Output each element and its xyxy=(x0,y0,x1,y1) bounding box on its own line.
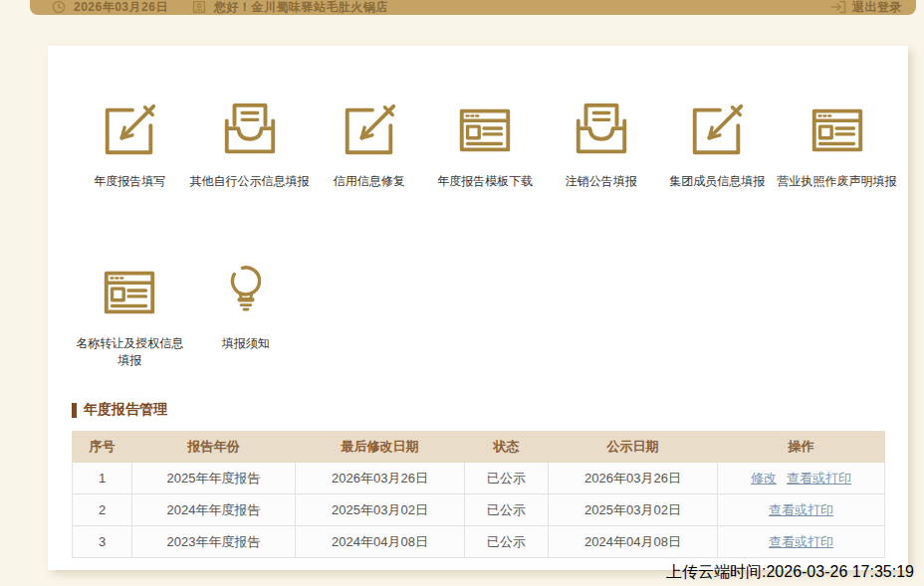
logout-button[interactable]: 退出登录 xyxy=(830,0,902,14)
inbox-icon xyxy=(544,99,660,161)
menu-item-name-transfer-auth[interactable]: 名称转让及授权信息填报 xyxy=(72,262,188,369)
template-icon xyxy=(72,262,188,323)
table-row: 3 2023年年度报告 2024年04月08日 已公示 2024年04月08日 … xyxy=(73,526,885,558)
cell-modified-date: 2026年03月26日 xyxy=(296,463,465,494)
menu-item-label: 填报须知 xyxy=(188,335,305,352)
menu-item-label: 其他自行公示信息填报 xyxy=(188,173,312,190)
col-header-publish-date: 公示日期 xyxy=(549,432,718,463)
clock-icon xyxy=(52,0,66,14)
table-row: 2 2024年年度报告 2025年03月02日 已公示 2025年03月02日 … xyxy=(73,494,885,526)
cell-publish-date: 2024年04月08日 xyxy=(549,526,718,558)
col-header-actions: 操作 xyxy=(718,432,885,463)
topbar: 2026年03月26日 您好！金川蜀味驿站毛肚火锅店 退出登录 xyxy=(30,0,916,15)
edit-icon xyxy=(312,99,428,161)
cell-status: 已公示 xyxy=(465,494,549,526)
function-menu: 年度报告填写 其他自行公示信息填报 信用信息修复 年度报告模板下载 注销公告填报… xyxy=(48,46,908,369)
menu-item-label: 名称转让及授权信息填报 xyxy=(72,335,188,369)
menu-item-label: 营业执照作废声明填报 xyxy=(776,173,899,190)
cell-status: 已公示 xyxy=(465,526,549,558)
topbar-date: 2026年03月26日 xyxy=(74,0,168,14)
cell-index: 2 xyxy=(73,494,132,526)
section-title-annual-report-management: 年度报告管理 xyxy=(72,401,908,419)
cell-year: 2025年年度报告 xyxy=(132,463,296,494)
section-title-text: 年度报告管理 xyxy=(84,401,167,419)
menu-item-template-download[interactable]: 年度报告模板下载 xyxy=(427,99,544,190)
menu-item-group-member-info[interactable]: 集团成员信息填报 xyxy=(659,99,776,190)
menu-item-credit-repair[interactable]: 信用信息修复 xyxy=(312,99,428,190)
menu-item-label: 信用信息修复 xyxy=(312,173,428,190)
table-row: 1 2025年年度报告 2026年03月26日 已公示 2026年03月26日 … xyxy=(73,463,885,494)
edit-icon xyxy=(659,99,776,161)
menu-row-1: 年度报告填写 其他自行公示信息填报 信用信息修复 年度报告模板下载 注销公告填报… xyxy=(72,99,884,190)
cell-publish-date: 2026年03月26日 xyxy=(549,463,718,494)
annual-report-table: 序号 报告年份 最后修改日期 状态 公示日期 操作 1 2025年年度报告 20… xyxy=(72,431,885,558)
table-header-row: 序号 报告年份 最后修改日期 状态 公示日期 操作 xyxy=(73,432,885,463)
menu-item-cancellation-notice[interactable]: 注销公告填报 xyxy=(544,99,660,190)
col-header-year: 报告年份 xyxy=(132,432,296,463)
inbox-icon xyxy=(188,99,312,161)
view-print-link[interactable]: 查看或打印 xyxy=(769,534,833,549)
logout-icon xyxy=(830,0,846,14)
menu-item-license-void-declaration[interactable]: 营业执照作废声明填报 xyxy=(776,99,899,190)
topbar-greeting: 您好！金川蜀味驿站毛肚火锅店 xyxy=(214,0,388,14)
template-icon xyxy=(427,99,544,161)
view-print-link[interactable]: 查看或打印 xyxy=(769,502,833,517)
upload-cloud-timestamp: 上传云端时间:2026-03-26 17:35:19 xyxy=(666,562,914,583)
modify-link[interactable]: 修改 xyxy=(751,471,777,486)
menu-item-label: 集团成员信息填报 xyxy=(659,173,776,190)
menu-item-label: 年度报告模板下载 xyxy=(427,173,544,190)
main-card: 年度报告填写 其他自行公示信息填报 信用信息修复 年度报告模板下载 注销公告填报… xyxy=(48,46,908,570)
logout-label: 退出登录 xyxy=(852,0,902,14)
user-badge-icon xyxy=(192,0,206,14)
view-print-link[interactable]: 查看或打印 xyxy=(787,471,851,486)
menu-item-other-public-info[interactable]: 其他自行公示信息填报 xyxy=(188,99,312,190)
col-header-modified-date: 最后修改日期 xyxy=(296,432,465,463)
bulb-icon xyxy=(188,262,305,323)
cell-year: 2023年年度报告 xyxy=(132,526,296,558)
cell-year: 2024年年度报告 xyxy=(132,494,296,526)
menu-row-2: 名称转让及授权信息填报 填报须知 xyxy=(72,262,884,369)
cell-actions: 查看或打印 xyxy=(718,526,885,558)
template-icon xyxy=(776,99,899,161)
title-marker xyxy=(72,403,77,418)
cell-actions: 修改查看或打印 xyxy=(718,463,885,494)
cell-publish-date: 2025年03月02日 xyxy=(549,494,718,526)
col-header-status: 状态 xyxy=(465,432,549,463)
menu-item-annual-report-fill[interactable]: 年度报告填写 xyxy=(72,99,188,190)
cell-modified-date: 2024年04月08日 xyxy=(296,526,465,558)
cell-status: 已公示 xyxy=(465,463,549,494)
edit-icon xyxy=(72,99,188,161)
cell-actions: 查看或打印 xyxy=(718,494,885,526)
menu-item-filing-instructions[interactable]: 填报须知 xyxy=(188,262,305,369)
cell-index: 1 xyxy=(73,463,132,494)
cell-index: 3 xyxy=(73,526,132,558)
menu-item-label: 注销公告填报 xyxy=(544,173,660,190)
menu-item-label: 年度报告填写 xyxy=(72,173,188,190)
col-header-index: 序号 xyxy=(73,432,132,463)
cell-modified-date: 2025年03月02日 xyxy=(296,494,465,526)
